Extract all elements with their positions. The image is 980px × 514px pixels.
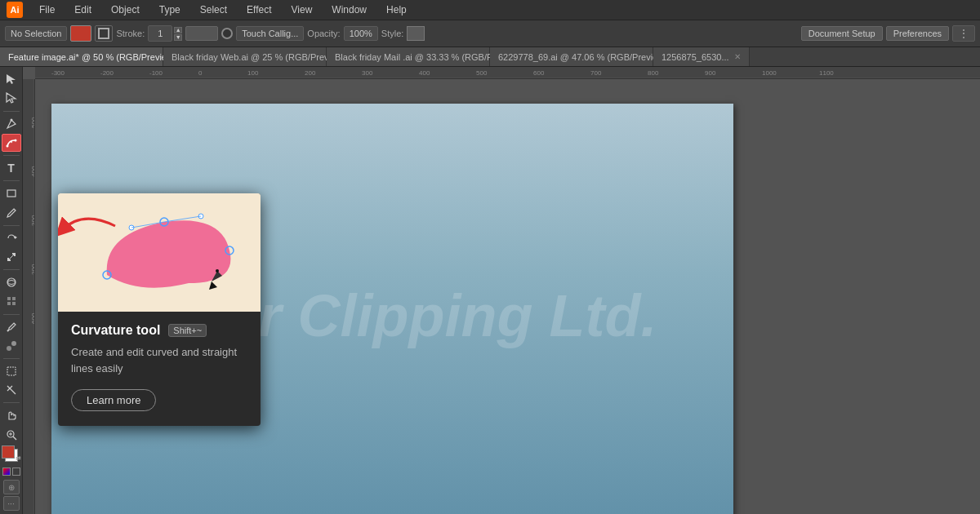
- scale-tool[interactable]: [2, 248, 21, 266]
- artboard-tool[interactable]: [2, 362, 21, 380]
- menu-bar: Ai File Edit Object Type Select Effect V…: [0, 0, 980, 20]
- separator-4: [3, 225, 20, 226]
- ruler-top-svg: -300 -200 -100 0 100 200 300 400 500 600…: [35, 67, 980, 79]
- ruler-left: 500 400 300 200 600: [23, 79, 35, 514]
- menu-file[interactable]: File: [36, 2, 58, 17]
- curvature-tool[interactable]: [2, 134, 21, 152]
- eyedropper-tool[interactable]: [2, 317, 21, 335]
- tab-4-label: 1256875_6530...: [662, 52, 729, 62]
- mesh-tool[interactable]: [2, 292, 21, 310]
- preferences-button[interactable]: Preferences: [886, 26, 949, 41]
- svg-text:400: 400: [30, 166, 36, 177]
- select-tool[interactable]: [2, 70, 21, 88]
- tooltip-shortcut: Shift+~: [168, 324, 207, 337]
- menu-edit[interactable]: Edit: [71, 2, 95, 17]
- menu-select[interactable]: Select: [197, 2, 230, 17]
- color-swatches[interactable]: ⇄: [2, 445, 21, 463]
- warp-tool[interactable]: [2, 273, 21, 291]
- svg-text:1100: 1100: [819, 69, 834, 77]
- rotate-tool[interactable]: [2, 229, 21, 247]
- rectangle-tool[interactable]: [2, 184, 21, 202]
- learn-more-button[interactable]: Learn more: [71, 389, 156, 411]
- ruler-left-svg: 500 400 300 200 600: [23, 79, 35, 514]
- tab-bar: Feature image.ai* @ 50 % (RGB/Preview) ✕…: [0, 47, 980, 67]
- tab-4-close[interactable]: ✕: [734, 52, 741, 61]
- svg-text:900: 900: [705, 69, 716, 77]
- style-label: Style:: [381, 29, 404, 38]
- stroke-dropdown-extra[interactable]: [185, 26, 218, 41]
- document-setup-button[interactable]: Document Setup: [801, 26, 883, 41]
- panel-toggle-btn[interactable]: ⋮: [952, 25, 975, 42]
- svg-marker-1: [7, 93, 16, 103]
- zoom-tool[interactable]: [2, 426, 21, 444]
- menu-help[interactable]: Help: [383, 2, 410, 17]
- control-toolbar: No Selection Stroke: 1 ▲ ▼ Touch Callig.…: [0, 20, 980, 47]
- brush-icon-circle: [221, 28, 233, 39]
- separator-8: [3, 402, 20, 403]
- symbol-sprayer-tool[interactable]: ⊕: [3, 480, 20, 494]
- main-area: T: [0, 67, 980, 514]
- svg-text:1000: 1000: [762, 69, 777, 77]
- menu-type[interactable]: Type: [156, 2, 184, 17]
- svg-rect-10: [7, 297, 11, 300]
- tooltip-body: Curvature tool Shift+~ Create and edit c…: [58, 312, 261, 426]
- tab-3[interactable]: 6229778_69.ai @ 47.06 % (RGB/Preview) ✕: [490, 47, 653, 66]
- menu-object[interactable]: Object: [108, 2, 143, 17]
- tab-0[interactable]: Feature image.ai* @ 50 % (RGB/Preview) ✕: [0, 47, 163, 66]
- svg-text:400: 400: [419, 69, 430, 77]
- brush-dropdown[interactable]: Touch Callig...: [236, 26, 304, 41]
- selection-dropdown[interactable]: No Selection: [5, 26, 67, 41]
- style-box[interactable]: [407, 26, 425, 41]
- none-icon[interactable]: [12, 467, 20, 476]
- svg-text:200: 200: [305, 69, 316, 77]
- stroke-down[interactable]: ▼: [174, 34, 182, 41]
- svg-marker-0: [7, 74, 16, 84]
- separator-3: [3, 180, 20, 181]
- blend-tool[interactable]: [2, 337, 21, 355]
- svg-point-15: [11, 341, 16, 346]
- extra-tools-btn[interactable]: ···: [3, 496, 20, 511]
- app-logo: Ai: [7, 2, 23, 18]
- svg-text:800: 800: [648, 69, 659, 77]
- tab-1[interactable]: Black friday Web.ai @ 25 % (RGB/Preview)…: [163, 47, 327, 66]
- opacity-label: Opacity:: [307, 29, 340, 38]
- pencil-tool[interactable]: [2, 203, 21, 221]
- svg-text:500: 500: [30, 117, 36, 128]
- canvas-container: -300 -200 -100 0 100 200 300 400 500 600…: [23, 67, 980, 514]
- svg-point-53: [216, 269, 219, 273]
- svg-rect-11: [12, 297, 16, 300]
- swap-colors-icon[interactable]: ⇄: [16, 454, 21, 462]
- slice-tool[interactable]: [2, 381, 21, 399]
- type-tool[interactable]: T: [2, 159, 21, 177]
- stroke-swatch[interactable]: [95, 25, 113, 42]
- tooltip-title-row: Curvature tool Shift+~: [71, 323, 247, 338]
- gradient-icon[interactable]: [2, 467, 11, 476]
- svg-point-4: [14, 139, 16, 141]
- svg-rect-16: [7, 367, 16, 375]
- svg-text:500: 500: [476, 69, 488, 77]
- pen-tool[interactable]: [2, 114, 21, 132]
- stroke-value[interactable]: 1: [148, 25, 172, 42]
- svg-point-5: [10, 141, 11, 143]
- svg-line-20: [13, 436, 16, 440]
- menu-view[interactable]: View: [288, 2, 316, 17]
- svg-rect-12: [7, 302, 11, 305]
- hand-tool[interactable]: [2, 406, 21, 424]
- tab-2[interactable]: Black friday Mail .ai @ 33.33 % (RGB/Pre…: [327, 47, 490, 66]
- svg-rect-6: [7, 190, 16, 197]
- tooltip-preview-image: [58, 193, 261, 312]
- stroke-up[interactable]: ▲: [174, 27, 182, 33]
- separator-5: [3, 269, 20, 270]
- separator-6: [3, 314, 20, 315]
- direct-select-tool[interactable]: [2, 89, 21, 107]
- fill-swatch[interactable]: [70, 25, 91, 42]
- menu-window[interactable]: Window: [328, 2, 370, 17]
- opacity-value[interactable]: 100%: [344, 26, 378, 41]
- svg-point-14: [7, 346, 11, 351]
- svg-point-9: [7, 278, 16, 286]
- menu-effect[interactable]: Effect: [243, 2, 274, 17]
- separator-7: [3, 358, 20, 359]
- tab-4[interactable]: 1256875_6530... ✕: [653, 47, 750, 66]
- foreground-color-swatch: [2, 445, 15, 459]
- svg-line-8: [9, 255, 14, 259]
